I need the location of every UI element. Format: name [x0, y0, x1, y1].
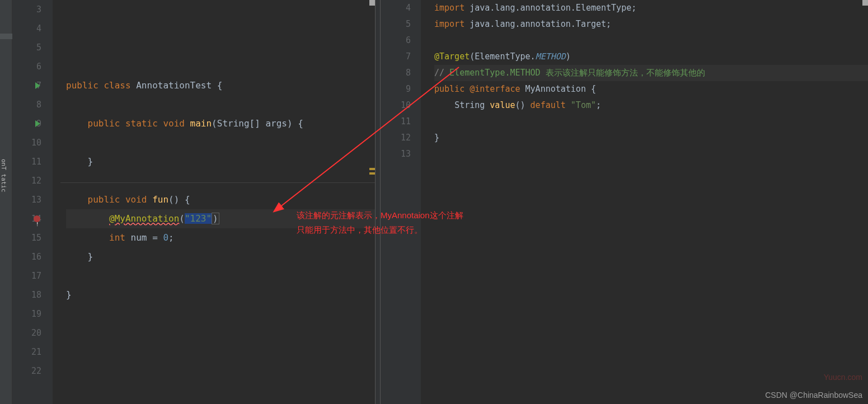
line-number[interactable]: 8 [12, 95, 41, 114]
line-number[interactable]: 10 [12, 133, 41, 152]
code-line[interactable] [66, 38, 375, 57]
code-line[interactable] [434, 114, 868, 130]
code-content-left[interactable]: public class AnnotationTest { public sta… [60, 0, 375, 404]
code-line[interactable] [66, 266, 375, 285]
line-number[interactable]: 6 [381, 32, 411, 49]
editor-container: onT tatic 345678910111213141516171819202… [0, 0, 868, 404]
line-number[interactable]: 10 [381, 97, 411, 114]
right-editor-pane[interactable]: 45678910111213 import java.lang.annotati… [381, 0, 868, 404]
scroll-warning-marker[interactable] [369, 172, 375, 175]
code-line[interactable] [66, 323, 375, 342]
line-number[interactable]: 6 [12, 57, 41, 76]
line-number[interactable]: 7 [381, 49, 411, 65]
line-number[interactable]: 9 [381, 81, 411, 97]
code-line[interactable]: import java.lang.annotation.Target; [434, 16, 868, 32]
code-line[interactable] [66, 19, 375, 38]
run-icon[interactable] [35, 120, 40, 127]
line-number[interactable]: 4 [12, 19, 41, 38]
code-area-right[interactable]: 45678910111213 import java.lang.annotati… [381, 0, 868, 404]
code-line[interactable]: int num = 0; [66, 228, 375, 247]
code-line[interactable]: public void fun() { [66, 190, 375, 209]
code-line[interactable] [434, 32, 868, 49]
code-line[interactable]: } [434, 130, 868, 146]
code-line[interactable]: } [66, 152, 375, 171]
code-line[interactable] [66, 0, 375, 19]
line-number[interactable]: 22 [12, 361, 41, 380]
code-content-right[interactable]: import java.lang.annotation.ElementType;… [429, 0, 868, 404]
code-line[interactable]: // ElementType.METHOD 表示该注解只能修饰方法，不能修饰其他… [434, 65, 868, 81]
code-line[interactable]: } [66, 285, 375, 304]
line-number[interactable]: 12 [381, 130, 411, 146]
code-area-left[interactable]: 345678910111213141516171819202122 public… [12, 0, 375, 404]
watermark-yuucn: Yuucn.com [824, 373, 862, 382]
code-line[interactable] [66, 361, 375, 380]
tab-label[interactable]: onT tatic [0, 157, 12, 195]
code-line[interactable] [66, 95, 375, 114]
line-number[interactable]: 13 [381, 146, 411, 162]
line-number[interactable]: 20 [12, 323, 41, 342]
line-number[interactable]: 14 [12, 209, 41, 228]
code-line[interactable]: String value() default "Tom"; [434, 97, 868, 114]
line-number[interactable]: 19 [12, 304, 41, 323]
line-number[interactable]: 17 [12, 266, 41, 285]
line-number[interactable]: 18 [12, 285, 41, 304]
gutter-left[interactable]: 345678910111213141516171819202122 [12, 0, 53, 404]
scroll-warning-marker[interactable] [369, 168, 375, 170]
code-line[interactable] [66, 171, 375, 190]
scroll-top-marker [862, 0, 868, 6]
line-number[interactable]: 16 [12, 247, 41, 266]
error-stripe-left[interactable] [369, 0, 375, 404]
code-line[interactable]: public class AnnotationTest { [66, 76, 375, 95]
code-line[interactable]: } [66, 247, 375, 266]
code-line[interactable]: public @interface MyAnnotation { [434, 81, 868, 97]
tab-marker [0, 34, 12, 39]
code-line[interactable]: @Target(ElementType.METHOD) [434, 49, 868, 65]
error-icon[interactable] [34, 215, 40, 222]
line-number[interactable]: 5 [12, 38, 41, 57]
gutter-right[interactable]: 45678910111213 [381, 0, 421, 404]
left-editor-pane[interactable]: 345678910111213141516171819202122 public… [12, 0, 375, 404]
line-number[interactable]: 11 [381, 114, 411, 130]
code-line[interactable]: import java.lang.annotation.ElementType; [434, 0, 868, 16]
left-tool-window-tabs[interactable]: onT tatic [0, 0, 12, 404]
fold-gutter-right[interactable] [421, 0, 429, 404]
code-line[interactable] [66, 133, 375, 152]
fold-gutter-left[interactable] [53, 0, 60, 404]
line-number[interactable]: 13 [12, 190, 41, 209]
line-number[interactable]: 7 [12, 76, 41, 95]
error-stripe-right[interactable] [862, 0, 868, 404]
code-line[interactable] [66, 304, 375, 323]
line-number[interactable]: 4 [381, 0, 411, 16]
line-number[interactable]: 8 [381, 65, 411, 81]
code-line[interactable]: @MyAnnotation("123") [66, 209, 375, 228]
line-number[interactable]: 3 [12, 0, 41, 19]
line-number[interactable]: 5 [381, 16, 411, 32]
run-icon[interactable] [35, 82, 40, 89]
code-line[interactable] [434, 146, 868, 162]
code-line[interactable] [66, 57, 375, 76]
line-number[interactable]: 15 [12, 228, 41, 247]
line-number[interactable]: 21 [12, 342, 41, 361]
code-line[interactable]: public static void main(String[] args) { [66, 114, 375, 133]
line-number[interactable]: 9 [12, 114, 41, 133]
code-line[interactable] [66, 342, 375, 361]
scroll-top-marker [369, 0, 375, 6]
line-number[interactable]: 11 [12, 152, 41, 171]
split-divider[interactable] [375, 0, 381, 404]
line-number[interactable]: 12 [12, 171, 41, 190]
watermark-csdn: CSDN @ChinaRainbowSea [765, 391, 862, 400]
